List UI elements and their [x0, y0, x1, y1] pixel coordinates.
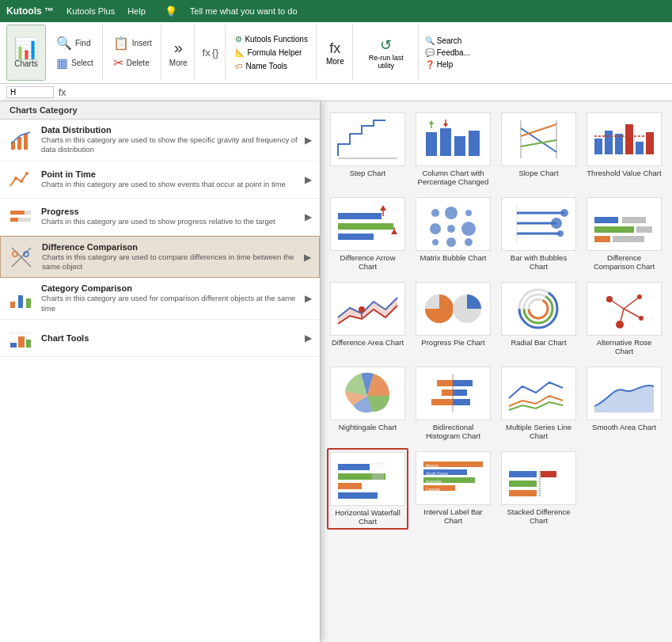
menu-desc: Charts in this category are used to show… [41, 217, 305, 226]
app-title: Kutools ™ [6, 6, 54, 17]
svg-rect-97 [338, 464, 370, 470]
more-button[interactable]: » More [163, 25, 195, 81]
menu-item-difference-comparison[interactable]: Difference Comparison Charts in this cat… [0, 236, 320, 279]
arrow-icon: ▶ [304, 252, 311, 263]
nightingale-chart-cell[interactable]: Nightingale Chart [327, 363, 408, 443]
step-chart-cell[interactable]: Step Chart [327, 109, 408, 189]
diff-area-label: Difference Area Chart [332, 338, 404, 347]
more-icon: » [174, 39, 183, 57]
svg-rect-25 [469, 131, 480, 156]
name-box[interactable]: H [6, 86, 54, 98]
svg-rect-16 [26, 298, 31, 308]
svg-rect-114 [541, 471, 556, 477]
svg-point-62 [560, 209, 568, 217]
data-distribution-icon [8, 127, 33, 153]
find-button[interactable]: 🔍 Find [52, 34, 97, 52]
svg-rect-39 [636, 142, 644, 154]
formula-helper-button[interactable]: 📐Formula Helper [232, 47, 311, 59]
tab-kutools-plus[interactable]: Kutools Plus [66, 6, 115, 16]
column-pct-label: Column Chart with Percentage Changed [416, 169, 491, 186]
svg-point-12 [13, 252, 17, 256]
name-tools-button[interactable]: 🏷Name Tools [232, 60, 311, 72]
svg-rect-96 [453, 399, 470, 405]
svg-rect-9 [10, 218, 18, 222]
kutools-functions-button[interactable]: ⚙Kutools Functions [232, 33, 311, 45]
svg-rect-36 [605, 131, 613, 154]
svg-line-33 [521, 124, 556, 136]
feedback-button[interactable]: 💬 Feedba... [425, 48, 470, 57]
slope-chart-thumbnail [501, 112, 576, 166]
diff-arrow-label: Difference Arrow Chart [330, 253, 405, 271]
diff-area-chart-cell[interactable]: Difference Area Chart [327, 279, 408, 359]
chart-panel: Step Chart Column Chart with Perc [321, 101, 672, 642]
svg-point-72 [359, 306, 365, 313]
stacked-diff-label: Stacked Difference Chart [501, 507, 576, 525]
svg-point-3 [14, 177, 17, 180]
bar-bubbles-chart-cell[interactable]: Bar with Bubbles Chart [498, 194, 579, 274]
bidir-histogram-label: Bidirectional Histogram Chart [416, 423, 491, 440]
svg-rect-65 [594, 217, 618, 223]
diff-comparison-label: Difference Comparison Chart [587, 253, 662, 271]
smooth-area-label: Smooth Area Chart [592, 423, 656, 431]
matrix-bubble-chart-cell[interactable]: Matrix Bubble Chart [412, 194, 494, 274]
svg-point-49 [431, 209, 439, 217]
radial-bar-chart-cell[interactable]: Radial Bar Chart [498, 279, 579, 359]
help-button[interactable]: ❓ Help [425, 60, 470, 69]
charts-button[interactable]: 📊 Charts [6, 25, 46, 81]
more2-button[interactable]: fx More [323, 37, 347, 69]
menu-text-point-in-time: Point in Time Charts in this category ar… [41, 169, 305, 189]
diff-arrow-chart-cell[interactable]: Difference Arrow Chart [327, 194, 408, 274]
menu-item-chart-tools[interactable]: Chart Tools ▶ [0, 320, 320, 357]
hint-text[interactable]: Tell me what you want to do [190, 6, 298, 16]
find-icon: 🔍 [56, 36, 72, 51]
alt-rose-chart-cell[interactable]: Alternative Rose Chart [583, 279, 665, 359]
menu-header: Charts Category [0, 101, 320, 120]
svg-rect-23 [440, 128, 451, 156]
threshold-chart-cell[interactable]: Threshold Value Chart [583, 109, 665, 189]
smooth-area-chart-cell[interactable]: Smooth Area Chart [583, 363, 665, 443]
search-button[interactable]: 🔍 Search [425, 36, 470, 45]
svg-rect-102 [372, 473, 384, 480]
svg-rect-93 [442, 389, 453, 396]
tab-help[interactable]: Help [127, 6, 146, 16]
svg-point-83 [637, 294, 642, 299]
menu-item-point-in-time[interactable]: Point in Time Charts in this category ar… [0, 161, 320, 199]
insert-icon: 📋 [113, 36, 129, 51]
multi-line-chart-cell[interactable]: Multiple Series Line Chart [498, 363, 579, 443]
stacked-diff-chart-cell[interactable]: Stacked Difference Chart [498, 448, 579, 530]
menu-item-data-distribution[interactable]: Data Distribution Charts in this categor… [0, 120, 320, 161]
column-pct-chart-cell[interactable]: Column Chart with Percentage Changed [412, 109, 494, 189]
svg-point-52 [430, 223, 441, 234]
menu-item-progress[interactable]: Progress Charts in this category are use… [0, 199, 320, 236]
rerun-button[interactable]: ↺ Re-run last utility [359, 33, 413, 73]
arrow-icon: ▶ [305, 332, 312, 344]
select-icon: ▦ [56, 55, 68, 70]
charts-label: Charts [14, 59, 37, 68]
svg-point-56 [446, 237, 456, 247]
menu-desc: Charts in this category are used to comp… [42, 253, 304, 272]
select-button[interactable]: ▦ Select [52, 54, 97, 72]
slope-chart-cell[interactable]: Slope Chart [498, 109, 579, 189]
menu-item-category-comparison[interactable]: Category Comparison Charts in this categ… [0, 278, 320, 320]
menu-title: Data Distribution [41, 125, 305, 135]
svg-rect-18 [18, 336, 25, 348]
svg-rect-92 [453, 380, 473, 386]
delete-button[interactable]: ✂ Delete [109, 54, 156, 72]
insert-button[interactable]: 📋 Insert [109, 34, 156, 52]
menu-desc: Charts in this category are used to show… [41, 180, 305, 189]
empty-chart-cell [583, 448, 665, 530]
chart-row-1: Step Chart Column Chart with Perc [327, 109, 666, 189]
h-waterfall-chart-cell[interactable]: Horizontal Waterfall Chart [327, 448, 408, 530]
svg-rect-1 [17, 137, 21, 150]
svg-point-55 [432, 239, 439, 245]
progress-pie-chart-cell[interactable]: Progress Pie Chart [412, 279, 494, 359]
multi-line-thumbnail [501, 367, 576, 420]
diff-area-thumbnail [330, 282, 405, 336]
svg-rect-43 [338, 223, 393, 230]
diff-comparison-chart-cell[interactable]: Difference Comparison Chart [583, 194, 665, 274]
svg-rect-94 [453, 389, 467, 396]
chart-row-2: Difference Arrow Chart [327, 194, 666, 274]
interval-label-chart-cell[interactable]: Mexico South Korea Australia Canada Inte… [412, 448, 494, 530]
bidir-histogram-chart-cell[interactable]: Bidirectional Histogram Chart [412, 363, 494, 443]
chart-tools-icon [8, 325, 33, 351]
